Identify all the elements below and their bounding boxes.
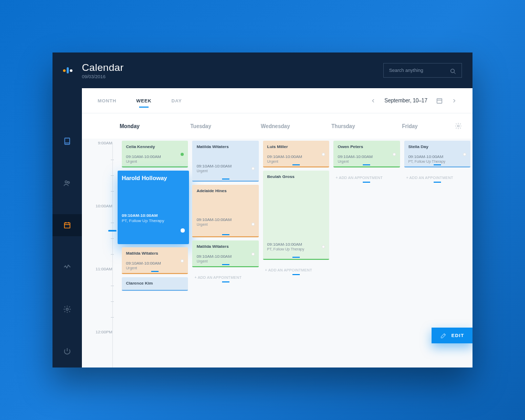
calendar-grid: 9:00AM 10:00AM 11:00AM 12:00PM <box>82 139 472 368</box>
svg-point-4 <box>65 181 67 183</box>
time-column: 9:00AM 10:00AM 11:00AM 12:00PM <box>82 139 120 368</box>
column-tuesday: Matilda Witaters 09:10AM-10:00AM Urgent … <box>190 139 260 368</box>
sidebar-item-library[interactable] <box>52 130 82 152</box>
time-10am: 10:00AM <box>96 204 112 208</box>
status-dot <box>251 167 255 170</box>
toolbar: MONTH WEEK DAY September, 10–17 <box>82 88 472 113</box>
appointment-name: Celia Kennedy <box>126 144 184 149</box>
header-date: 09/03/2016 <box>82 74 124 79</box>
svg-point-10 <box>66 308 68 310</box>
appointment-name: Beulah Gross <box>267 174 325 179</box>
toolbar-right: September, 10–17 <box>371 97 457 104</box>
appointment-time: 09:10AM-10:00AM <box>196 164 254 169</box>
status-dot <box>393 153 396 156</box>
body: MONTH WEEK DAY September, 10–17 Monday T… <box>52 88 472 368</box>
appointment-time: 09:10AM-10:00AM <box>267 242 325 247</box>
appointment-card[interactable]: Matilda Witaters 09:10AM-10:00AM Urgent <box>192 141 258 182</box>
appointment-card[interactable]: Adelaide Hines 09:10AM-10:00AM Urgent <box>192 185 258 237</box>
search-box[interactable] <box>383 63 462 78</box>
tab-month[interactable]: MONTH <box>98 98 117 103</box>
edit-label: EDIT <box>452 333 465 338</box>
day-header-thursday[interactable]: Thursday <box>331 123 402 129</box>
svg-rect-2 <box>65 138 69 144</box>
add-appointment-button[interactable]: + ADD AN APPOINTMENT <box>263 263 329 274</box>
calendar-icon <box>63 221 71 229</box>
appointment-name: Adelaide Hines <box>196 188 254 193</box>
edit-button[interactable]: EDIT <box>432 328 472 343</box>
appointment-time: 09:10AM-10:00AM <box>196 254 254 259</box>
view-tabs: MONTH WEEK DAY <box>98 98 182 103</box>
svg-point-0 <box>451 69 455 73</box>
gear-icon <box>63 305 71 313</box>
column-wednesday: Luis Miller 09:10AM-10:00AM Urgent Beula… <box>261 139 331 368</box>
appointment-card[interactable]: Luis Miller 09:10AM-10:00AM Urgent <box>263 141 329 167</box>
add-appointment-button[interactable]: + ADD AN APPOINTMENT <box>404 171 470 182</box>
svg-point-5 <box>68 182 69 183</box>
appointment-card[interactable]: Matilda Witaters 09:10AM-10:00AM Urgent <box>122 247 188 274</box>
appointment-card[interactable]: Celia Kennedy 09:10AM-10:00AM Urgent <box>122 141 188 167</box>
svg-rect-11 <box>437 98 442 103</box>
appointment-note: PT, Follow Up Therapy <box>408 160 466 163</box>
appointment-name: Owen Peters <box>338 144 395 149</box>
appointment-name: Clarence Kim <box>126 281 184 286</box>
appointment-name: Harold Holloway <box>122 174 185 182</box>
search-icon <box>450 67 456 74</box>
appointment-name: Matilda Witaters <box>196 144 254 149</box>
sidebar-item-power[interactable] <box>52 340 82 362</box>
appointment-name: Matilda Witaters <box>196 244 254 249</box>
time-12pm: 12:00PM <box>96 330 112 334</box>
sidebar <box>52 88 82 368</box>
power-icon <box>63 347 71 355</box>
app-window: Calendar 09/03/2016 <box>52 52 472 368</box>
appointment-time: 09:10AM-10:00AM <box>126 154 184 159</box>
sidebar-item-users[interactable] <box>52 172 82 194</box>
add-appointment-button[interactable]: + ADD AN APPOINTMENT <box>192 270 258 281</box>
sidebar-item-activity[interactable] <box>52 256 82 278</box>
add-appointment-button[interactable]: + ADD AN APPOINTMENT <box>333 171 400 182</box>
appointment-card[interactable]: Clarence Kim <box>122 277 188 291</box>
calendar-picker-icon[interactable] <box>436 97 443 104</box>
appointment-time: 09:10AM-10:00AM <box>196 217 254 222</box>
sidebar-item-settings[interactable] <box>52 298 82 320</box>
chevron-left-icon[interactable] <box>371 98 376 103</box>
day-header-wednesday[interactable]: Wednesday <box>261 123 331 129</box>
appointment-note: Urgent <box>196 223 254 226</box>
status-dot <box>251 223 255 226</box>
header: Calendar 09/03/2016 <box>52 52 472 88</box>
time-9am: 9:00AM <box>98 141 112 145</box>
app-logo <box>63 64 76 77</box>
day-columns: Celia Kennedy 09:10AM-10:00AM Urgent Har… <box>120 139 472 368</box>
appointment-name: Matilda Witaters <box>126 251 184 256</box>
header-title-block: Calendar 09/03/2016 <box>82 62 124 79</box>
tab-week[interactable]: WEEK <box>136 98 152 103</box>
appointment-card[interactable]: Stella Day 09:10AM-10:00AM PT, Follow Up… <box>404 141 470 167</box>
appointment-card[interactable]: Beulah Gross 09:10AM-10:00AM PT, Follow … <box>263 171 329 260</box>
users-icon <box>63 179 71 187</box>
tab-day[interactable]: DAY <box>172 98 182 103</box>
chevron-right-icon[interactable] <box>452 98 457 103</box>
appointment-note: Urgent <box>196 169 254 173</box>
svg-line-1 <box>454 72 456 74</box>
now-indicator[interactable] <box>108 230 117 232</box>
appointment-note: PT, Follow Up Therapy <box>267 247 325 251</box>
day-header-tuesday[interactable]: Tuesday <box>190 123 260 129</box>
svg-rect-6 <box>65 223 70 228</box>
appointment-note: Urgent <box>126 266 184 270</box>
appointment-note: Urgent <box>196 259 254 263</box>
appointment-time: 09:10AM-10:00AM <box>408 154 466 159</box>
sidebar-item-calendar[interactable] <box>52 214 82 236</box>
appointment-card[interactable]: Matilda Witaters 09:10AM-10:00AM Urgent <box>192 240 258 267</box>
days-header: Monday Tuesday Wednesday Thursday Friday <box>82 113 472 139</box>
appointment-name: Luis Miller <box>267 144 325 149</box>
date-range[interactable]: September, 10–17 <box>384 98 427 103</box>
appointment-card[interactable]: Owen Peters 09:10AM-10:00AM Urgent <box>333 141 400 167</box>
settings-icon[interactable] <box>455 122 462 130</box>
appointment-time: 09:10AM-10:00AM <box>338 154 395 159</box>
appointment-time: 09:10AM-10:00AM <box>122 213 185 218</box>
day-header-monday[interactable]: Monday <box>120 123 190 129</box>
search-input[interactable] <box>389 68 450 73</box>
svg-point-13 <box>457 125 459 127</box>
time-ruler <box>112 143 113 368</box>
appointment-card-selected[interactable]: Harold Holloway 09:10AM-10:00AM PT, Foll… <box>118 171 189 244</box>
appointment-note: Urgent <box>267 160 325 163</box>
